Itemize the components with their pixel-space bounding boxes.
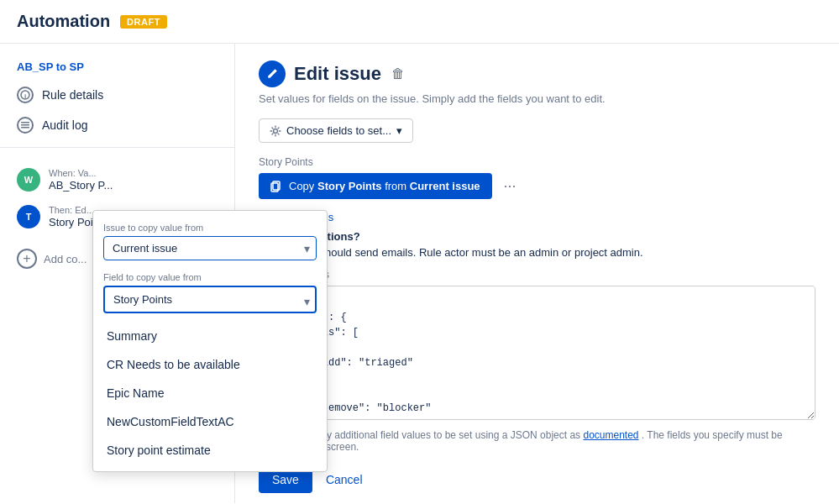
list-item[interactable]: CR Needs to be available [93,350,327,379]
then-step-icon: T [17,205,40,228]
when-step-icon: W [17,168,40,192]
app-header: Automation DRAFT [0,0,839,44]
additional-fields-textarea[interactable]: { "update": { "labels": [ { "add": "tria… [259,286,815,420]
edit-issue-header: Edit issue 🗑 [259,60,815,87]
sidebar-rule-name: AB_SP to SP [0,57,234,80]
edit-issue-title: Edit issue [294,63,381,85]
list-item[interactable]: NewCustomFieldTextAC [93,407,327,436]
sidebar-item-rule-details[interactable]: i Rule details [0,80,234,110]
rule-details-icon: i [17,87,34,103]
field-copy-select-wrapper: Story Points [93,284,327,318]
field-copy-label: Field to copy value from [93,265,327,284]
draft-badge: DRAFT [120,15,167,29]
more-options-section: ∨ More options Send notifications? This … [259,211,815,259]
audit-log-icon [17,117,34,134]
svg-rect-2 [21,122,29,123]
field-copy-dropdown: Issue to copy value from Current issue F… [92,210,328,472]
cancel-button[interactable]: Cancel [321,466,368,493]
documented-link[interactable]: documented [583,429,638,441]
field-copy-select[interactable]: Story Points [103,286,317,313]
field-options-list: Summary CR Needs to be available Epic Na… [93,322,327,465]
more-options-icon[interactable]: ··· [501,174,520,198]
copy-story-points-button[interactable]: Copy Story Points from Current issue [259,173,492,199]
sidebar-divider [0,147,234,148]
copy-icon [270,181,282,192]
sidebar-item-label: Audit log [42,118,87,132]
additional-fields-label: Additional fields [259,269,815,281]
sidebar-item-audit-log[interactable]: Audit log [0,110,234,140]
choose-fields-button[interactable]: Choose fields to set... ▾ [259,118,413,143]
delete-issue-icon[interactable]: 🗑 [391,66,405,81]
issue-copy-label: Issue to copy value from [103,223,317,233]
edit-issue-icon [259,60,286,87]
story-points-row: Copy Story Points from Current issue ··· [259,173,815,199]
list-item[interactable]: Epic Name [93,379,327,407]
sidebar-item-label: Rule details [42,88,103,102]
when-step[interactable]: W When: Va... AB_Story P... [0,161,234,198]
copy-btn-bold1: Story Points [317,180,382,192]
json-note: You may specify additional field values … [259,429,815,453]
svg-rect-3 [21,124,29,126]
app-title: Automation [17,12,110,31]
story-points-label: Story Points [259,156,815,168]
copy-btn-bold2: Current issue [410,180,480,192]
send-notifications-hint: This rule should send emails. Rule actor… [275,246,643,259]
add-icon: + [17,249,37,269]
send-notifications-label: Send notifications? [259,230,815,243]
gear-icon [270,125,281,137]
send-notifications-row: This rule should send emails. Rule actor… [259,246,815,259]
issue-copy-header: Issue to copy value from Current issue [93,218,327,265]
action-buttons: Save Cancel [259,466,815,493]
add-component-label: Add co... [44,253,87,265]
copy-btn-text: Copy Story Points from Current issue [289,180,480,192]
svg-point-5 [274,129,278,133]
edit-issue-subtitle: Set values for fields on the issue. Simp… [259,92,815,105]
choose-fields-label: Choose fields to set... [286,124,391,137]
chevron-down-icon: ▾ [396,124,402,137]
more-options-toggle[interactable]: ∨ More options [259,211,815,223]
issue-select[interactable]: Current issue [103,236,317,260]
list-item[interactable]: Story point estimate [93,436,327,465]
list-item[interactable]: Summary [93,322,327,350]
issue-select-wrapper: Current issue [103,236,317,260]
svg-rect-4 [21,127,29,129]
when-step-value: AB_Story P... [49,179,218,192]
when-step-label: When: Va... [49,168,218,178]
svg-text:i: i [24,92,26,100]
